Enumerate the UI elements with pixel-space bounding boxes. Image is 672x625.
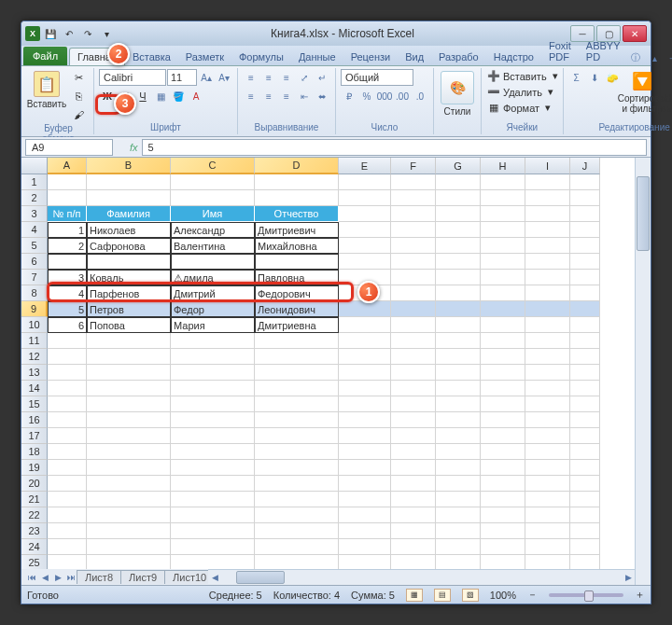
cell[interactable] [436,412,481,428]
cell[interactable] [87,523,171,539]
cell[interactable] [339,349,391,365]
qat-more-icon[interactable]: ▾ [98,25,115,42]
cell[interactable] [255,428,339,444]
cell[interactable] [391,381,436,396]
cell[interactable] [436,222,481,238]
cell[interactable]: Дмитриевич [255,222,339,238]
cell[interactable]: Сафронова [87,238,171,254]
cell[interactable] [481,174,525,190]
cell[interactable] [171,254,255,270]
cell[interactable] [391,222,436,238]
cell[interactable] [481,492,525,507]
cell[interactable] [339,254,391,270]
cell[interactable] [570,428,600,444]
cell[interactable] [525,396,570,412]
cell[interactable]: Валентина [171,238,255,254]
cell[interactable] [48,476,87,492]
tab-nav-prev-icon[interactable]: ◀ [38,571,51,584]
cell[interactable] [570,492,600,507]
align-left-icon[interactable]: ≡ [243,88,259,104]
row-header-6[interactable]: 6 [21,254,48,270]
cell[interactable] [255,460,339,476]
cell[interactable]: ⚠дмила [171,270,255,285]
currency-icon[interactable]: ₽ [341,88,357,104]
cell[interactable] [525,444,570,460]
cell[interactable] [436,381,481,396]
cell[interactable] [525,270,570,285]
cell[interactable] [339,222,391,238]
merge-icon[interactable]: ⬌ [314,88,330,104]
autosum-icon[interactable]: Σ [568,69,585,86]
cell[interactable] [391,333,436,349]
cell[interactable] [255,412,339,428]
cell[interactable] [391,190,436,206]
cell[interactable]: Федорович [255,285,339,301]
percent-icon[interactable]: % [358,88,375,104]
cell[interactable] [525,476,570,492]
cell[interactable]: 3 [48,270,87,285]
cell[interactable] [87,190,171,206]
column-headers[interactable]: ABCDEFGHIJ [48,158,600,174]
view-normal-icon[interactable]: ▦ [406,589,423,602]
cell[interactable] [255,190,339,206]
paste-button[interactable]: 📋 Вставить [28,69,65,111]
cell[interactable] [570,254,600,270]
cell[interactable] [570,349,600,365]
row-header-11[interactable]: 11 [21,333,48,349]
tab-nav-next-icon[interactable]: ▶ [51,571,64,584]
cell[interactable] [339,238,391,254]
cell[interactable] [436,317,481,333]
row-headers[interactable]: 1234567891011121314151617181920212223242… [21,174,48,571]
font-color-icon[interactable]: A [188,88,204,104]
align-center-icon[interactable]: ≡ [260,88,277,104]
cell[interactable] [436,333,481,349]
tab-view[interactable]: Вид [398,49,431,65]
cell[interactable] [87,396,171,412]
cell[interactable] [481,539,525,555]
cell[interactable] [570,301,600,317]
cell[interactable] [87,444,171,460]
hscroll-left-icon[interactable]: ◀ [208,571,221,584]
horizontal-scrollbar[interactable]: ◀ ▶ [208,569,635,585]
row-header-5[interactable]: 5 [21,238,48,254]
cell[interactable] [481,190,525,206]
cell[interactable]: Леонидович [255,301,339,317]
cell[interactable]: Федор [171,301,255,317]
cell[interactable]: Попова [87,317,171,333]
scroll-thumb[interactable] [637,176,650,251]
cell[interactable] [525,333,570,349]
cell[interactable] [391,444,436,460]
cell[interactable] [87,333,171,349]
cell[interactable] [436,428,481,444]
cell[interactable] [171,539,255,555]
undo-icon[interactable]: ↶ [61,25,77,42]
cell[interactable] [48,523,87,539]
cell[interactable] [525,174,570,190]
cell[interactable] [339,428,391,444]
cell[interactable] [570,333,600,349]
cell[interactable] [525,523,570,539]
cell[interactable] [481,412,525,428]
row-header-1[interactable]: 1 [21,174,48,190]
row-header-14[interactable]: 14 [21,381,48,396]
row-header-18[interactable]: 18 [21,444,48,460]
cell[interactable] [391,539,436,555]
row-header-15[interactable]: 15 [21,396,48,412]
cell[interactable] [48,444,87,460]
cell[interactable] [391,301,436,317]
zoom-slider[interactable] [549,593,623,597]
cell[interactable] [48,190,87,206]
cell[interactable] [48,396,87,412]
row-header-10[interactable]: 10 [21,317,48,333]
cell[interactable] [339,365,391,381]
cell[interactable] [436,238,481,254]
cell[interactable]: Коваль [87,270,171,285]
cell[interactable] [481,333,525,349]
cell[interactable] [525,238,570,254]
tab-foxit[interactable]: Foxit PDF [541,37,579,65]
cut-icon[interactable]: ✂ [68,69,89,86]
cell[interactable] [391,285,436,301]
tab-layout[interactable]: Разметк [178,49,231,65]
comma-icon[interactable]: 000 [376,88,393,104]
col-header-A[interactable]: A [48,158,87,174]
